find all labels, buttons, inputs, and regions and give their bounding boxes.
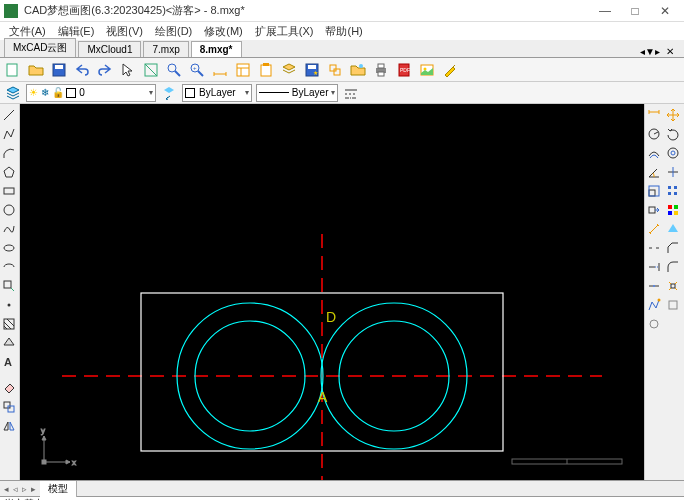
clipboard-button[interactable] [255, 60, 277, 80]
svg-line-44 [7, 319, 14, 326]
trim-button[interactable] [664, 163, 682, 181]
stretch-button[interactable] [645, 201, 663, 219]
point-button[interactable] [0, 296, 18, 314]
document-tabs: MxCAD云图 MxCloud1 7.mxp 8.mxg* ◂▼▸ ✕ [0, 40, 684, 58]
linetype-manager-button[interactable] [342, 84, 360, 102]
menu-edit[interactable]: 编辑(E) [53, 23, 100, 40]
color-dropdown[interactable]: ByLayer ▾ [182, 84, 252, 102]
menu-help[interactable]: 帮助(H) [320, 23, 367, 40]
pen-tool-button[interactable] [439, 60, 461, 80]
tab-close-icon[interactable]: ✕ [664, 46, 676, 57]
pdf-button[interactable]: PDF [393, 60, 415, 80]
region-button[interactable] [0, 334, 18, 352]
svg-rect-98 [669, 301, 677, 309]
tab-last-button[interactable]: ▸ [29, 484, 38, 494]
hatch-button[interactable] [0, 315, 18, 333]
break-button[interactable] [645, 239, 663, 257]
layer-color-button[interactable] [664, 201, 682, 219]
redo-button[interactable] [94, 60, 116, 80]
svg-line-8 [198, 71, 203, 76]
move-button[interactable] [664, 106, 682, 124]
extra-2-button[interactable] [645, 315, 663, 333]
mirror-button[interactable] [0, 417, 18, 435]
tab-dropdown-icon[interactable]: ◂▼▸ [638, 46, 662, 57]
polygon-button[interactable] [0, 163, 18, 181]
copy-button[interactable] [0, 398, 18, 416]
rectangle-button[interactable] [0, 182, 18, 200]
menu-file[interactable]: 文件(A) [4, 23, 51, 40]
doc-tab-active[interactable]: 8.mxg* [191, 41, 242, 57]
cursor-button[interactable] [117, 60, 139, 80]
line-button[interactable] [0, 106, 18, 124]
drawing-canvas[interactable]: D A xy [20, 104, 644, 480]
props-button[interactable] [232, 60, 254, 80]
offset-button[interactable] [645, 144, 663, 162]
layer-manager-button[interactable] [4, 84, 22, 102]
new-file-button[interactable] [2, 60, 24, 80]
chamfer-button[interactable] [664, 239, 682, 257]
ellipse-button[interactable] [0, 239, 18, 257]
linetype-dropdown[interactable]: ByLayer ▾ [256, 84, 338, 102]
doc-tab[interactable]: MxCloud1 [78, 41, 141, 57]
menu-modify[interactable]: 修改(M) [199, 23, 248, 40]
model-tab[interactable]: 模型 [40, 481, 77, 497]
layer-prev-button[interactable] [160, 84, 178, 102]
svg-point-66 [668, 148, 678, 158]
command-area[interactable]: 指定基点 指定移动到点 命令 [0, 496, 684, 500]
hatch-edit-button[interactable] [664, 220, 682, 238]
undo-button[interactable] [71, 60, 93, 80]
menu-draw[interactable]: 绘图(D) [150, 23, 197, 40]
save-button[interactable] [48, 60, 70, 80]
menu-ext[interactable]: 扩展工具(X) [250, 23, 319, 40]
print-button[interactable] [370, 60, 392, 80]
svg-point-23 [359, 64, 363, 68]
svg-line-4 [145, 64, 157, 76]
layers-button[interactable] [278, 60, 300, 80]
doc-tab[interactable]: 7.mxp [143, 41, 188, 57]
block-insert-button[interactable] [0, 277, 18, 295]
layer-dropdown[interactable]: ☀ ❄ 🔓 0 ▾ [26, 84, 156, 102]
minimize-button[interactable]: — [590, 1, 620, 21]
doc-tab[interactable]: MxCAD云图 [4, 38, 76, 57]
pedit-button[interactable] [645, 296, 663, 314]
tab-next-button[interactable]: ▹ [20, 484, 29, 494]
tab-first-button[interactable]: ◂ [2, 484, 11, 494]
scale-button[interactable] [645, 182, 663, 200]
erase-button[interactable] [0, 379, 18, 397]
svg-point-97 [658, 299, 661, 302]
extend-button[interactable] [645, 258, 663, 276]
dimension-button[interactable] [209, 60, 231, 80]
close-button[interactable]: ✕ [650, 1, 680, 21]
dim-angular-button[interactable] [645, 163, 663, 181]
svg-rect-47 [8, 406, 14, 412]
dim-aligned-button[interactable] [645, 220, 663, 238]
mtext-button[interactable]: A [0, 353, 18, 371]
dim-linear-button[interactable] [645, 106, 663, 124]
polyline-button[interactable] [0, 125, 18, 143]
open-file-button[interactable] [25, 60, 47, 80]
saveas-button[interactable]: ★ [301, 60, 323, 80]
block-button[interactable] [324, 60, 346, 80]
circle-button[interactable] [0, 201, 18, 219]
zoom-window-button[interactable] [163, 60, 185, 80]
spline-button[interactable] [0, 220, 18, 238]
join-button[interactable] [645, 277, 663, 295]
image-button[interactable] [416, 60, 438, 80]
rotate-button[interactable] [664, 125, 682, 143]
maximize-button[interactable]: □ [620, 1, 650, 21]
svg-rect-77 [668, 205, 672, 209]
menu-view[interactable]: 视图(V) [101, 23, 148, 40]
extra-1-button[interactable] [664, 296, 682, 314]
zoom-extents-button[interactable] [140, 60, 162, 80]
open-cloud-button[interactable] [347, 60, 369, 80]
arc-button[interactable] [0, 144, 18, 162]
fillet-button[interactable] [664, 258, 682, 276]
zoom-in-button[interactable]: + [186, 60, 208, 80]
tab-prev-button[interactable]: ◃ [11, 484, 20, 494]
circle-mod-button[interactable] [664, 144, 682, 162]
array-rect-button[interactable] [664, 182, 682, 200]
ellipse-arc-button[interactable] [0, 258, 18, 276]
svg-point-38 [4, 245, 14, 251]
rotate-circ-button[interactable] [645, 125, 663, 143]
explode-button[interactable] [664, 277, 682, 295]
